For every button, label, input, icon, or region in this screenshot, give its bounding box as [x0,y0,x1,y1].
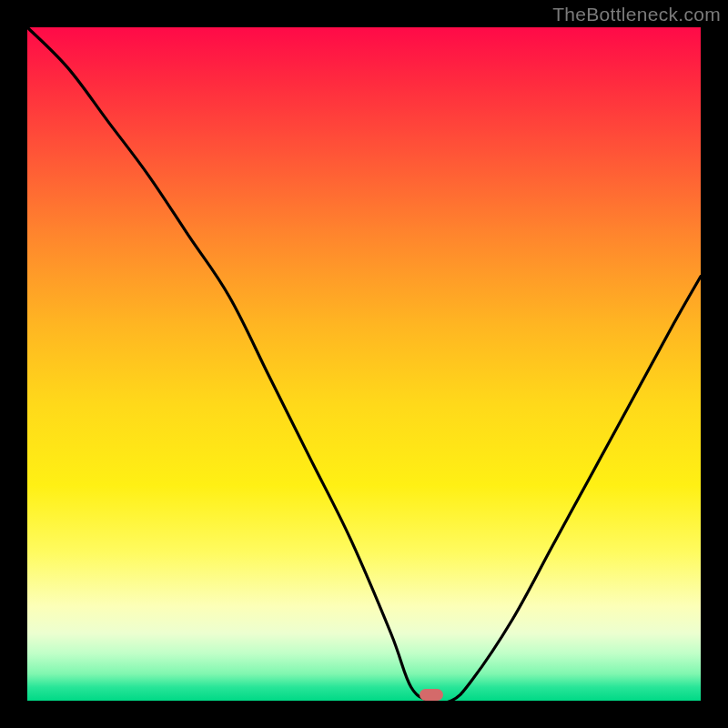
chart-frame: TheBottleneck.com [0,0,728,728]
plot-area [27,27,701,701]
optimal-marker [420,689,443,701]
watermark-text: TheBottleneck.com [552,4,721,25]
bottleneck-curve [27,27,701,701]
